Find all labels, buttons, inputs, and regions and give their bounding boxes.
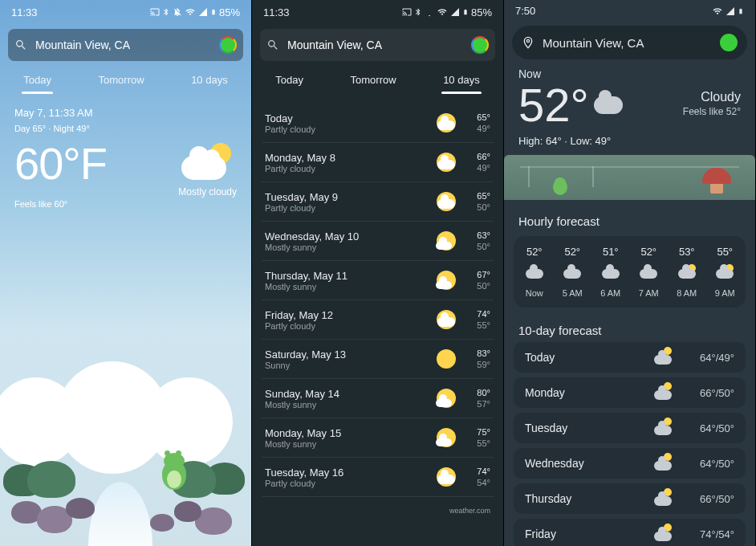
day-low: 54° — [466, 477, 490, 488]
search-location: Mountain View, CA — [35, 39, 219, 51]
day-low: 50° — [466, 280, 490, 291]
weather-icon — [434, 426, 458, 450]
hour-label: 9 AM — [706, 288, 745, 298]
search-icon — [14, 39, 27, 51]
today-panel: May 7, 11:33 AM Day 65° · Night 49° 60°F… — [0, 100, 251, 215]
hour-temp: 53° — [668, 246, 706, 258]
tenday-row[interactable]: Friday74°/54° — [514, 519, 746, 546]
tab-10days[interactable]: 10 days — [441, 71, 482, 94]
ten-day-list[interactable]: TodayPartly cloudy65°49°Monday, May 8Par… — [252, 100, 503, 503]
day-row[interactable]: Saturday, May 13Sunny83°59° — [262, 340, 494, 379]
frog-illustration — [158, 453, 190, 490]
day-row[interactable]: Sunday, May 14Mostly sunny80°57° — [262, 379, 494, 418]
day-night-temps: Day 65° · Night 49° — [14, 124, 237, 133]
tenday-row[interactable]: Monday66°/50° — [514, 377, 746, 408]
status-icons: 85% — [150, 6, 240, 18]
day-row[interactable]: Wednesday, May 10Mostly sunny63°50° — [262, 222, 494, 261]
weather-screen-today: 11:33 85% Mountain View, CA Today Tomorr… — [0, 0, 252, 546]
hour-temp: 52° — [554, 246, 592, 258]
cast-icon — [150, 7, 160, 17]
tenday-row[interactable]: Thursday66°/50° — [514, 483, 746, 514]
day-temps: 66°/50° — [683, 387, 734, 399]
day-high: 74° — [466, 308, 490, 320]
day-name: Tuesday — [525, 422, 654, 434]
hour-column[interactable]: 51°6 AM — [591, 246, 630, 298]
hour-temp: 55° — [706, 246, 745, 258]
hour-column[interactable]: 55°9 AM — [706, 246, 745, 298]
day-high: 83° — [466, 348, 490, 359]
day-low: 55° — [466, 438, 490, 449]
tab-today[interactable]: Today — [22, 71, 53, 94]
hourly-title: Hourly forecast — [504, 210, 755, 233]
weather-icon — [434, 268, 458, 292]
day-high: 67° — [466, 269, 490, 280]
condition-label: Cloudy — [683, 90, 741, 104]
hour-column[interactable]: 53°8 AM — [668, 246, 706, 298]
day-row[interactable]: Monday, May 8Partly cloudy66°49° — [262, 143, 494, 182]
weather-icon — [434, 150, 458, 174]
hour-column[interactable]: 52°5 AM — [554, 246, 592, 298]
day-name: Saturday, May 13 — [265, 348, 426, 361]
day-high: 63° — [466, 230, 490, 241]
day-high: 66° — [466, 151, 490, 162]
svg-point-0 — [526, 39, 529, 42]
current-temp: 60°F — [14, 141, 107, 186]
tenday-row[interactable]: Wednesday64°/50° — [514, 448, 746, 479]
weather-icon — [654, 527, 672, 541]
day-name: Wednesday — [525, 457, 654, 470]
status-icons — [712, 5, 744, 18]
day-row[interactable]: Thursday, May 11Mostly sunny67°50° — [262, 261, 494, 300]
weather-screen-new: 7:50 Mountain View, CA Now 52° Cloudy Fe… — [504, 0, 756, 546]
attribution[interactable]: weather.com — [252, 503, 503, 518]
hour-temp: 52° — [630, 246, 669, 258]
day-condition: Partly cloudy — [265, 164, 426, 173]
day-row[interactable]: TodayPartly cloudy65°49° — [262, 104, 494, 143]
assistant-button[interactable] — [471, 36, 489, 54]
day-row[interactable]: Monday, May 15Mostly sunny75°55° — [262, 418, 494, 458]
weather-icon — [654, 350, 672, 365]
day-temps: 74°/54° — [683, 528, 734, 540]
search-bar[interactable]: Mountain View, CA — [260, 29, 495, 61]
day-high: 74° — [466, 466, 490, 477]
tab-tomorrow[interactable]: Tomorrow — [97, 71, 146, 94]
hourly-forecast[interactable]: 52°Now52°5 AM51°6 AM52°7 AM53°8 AM55°9 A… — [514, 236, 746, 308]
day-name: Tuesday, May 16 — [265, 467, 426, 479]
hour-temp: 51° — [591, 246, 630, 258]
battery-icon — [462, 7, 469, 17]
day-condition: Partly cloudy — [265, 124, 426, 134]
day-row[interactable]: Friday, May 12Partly cloudy74°55° — [262, 300, 494, 340]
day-high: 75° — [466, 426, 490, 438]
mute-icon — [173, 7, 182, 17]
day-condition: Mostly sunny — [265, 282, 426, 291]
tab-today[interactable]: Today — [274, 71, 305, 94]
day-name: Monday — [525, 386, 654, 399]
day-low: 49° — [466, 162, 490, 173]
hour-column[interactable]: 52°Now — [515, 246, 554, 298]
date-time: May 7, 11:33 AM — [14, 107, 237, 119]
day-name: Thursday — [525, 492, 654, 505]
weather-icon — [640, 267, 657, 279]
day-temps: 64°/50° — [683, 458, 734, 470]
wifi-icon — [437, 7, 448, 17]
status-time: 11:33 — [263, 6, 290, 18]
battery-icon — [210, 7, 217, 17]
day-row[interactable]: Tuesday, May 9Partly cloudy65°50° — [262, 182, 494, 222]
tenday-row[interactable]: Tuesday64°/50° — [514, 413, 746, 443]
assistant-button[interactable] — [219, 36, 237, 54]
day-row[interactable]: Tuesday, May 16Partly cloudy74°54° — [262, 458, 494, 497]
tab-tomorrow[interactable]: Tomorrow — [349, 71, 398, 94]
hour-column[interactable]: 52°7 AM — [630, 246, 669, 298]
search-bar[interactable]: Mountain View, CA — [8, 29, 243, 61]
battery-icon — [738, 6, 744, 16]
day-name: Thursday, May 11 — [265, 270, 426, 282]
cast-icon — [402, 7, 412, 17]
tab-10days[interactable]: 10 days — [189, 71, 230, 94]
weather-icon — [434, 465, 458, 489]
tenday-row[interactable]: Today64°/49° — [514, 342, 746, 373]
day-temps: 64°/50° — [683, 422, 734, 434]
weather-icon — [654, 491, 672, 506]
ten-day-forecast[interactable]: Today64°/49°Monday66°/50°Tuesday64°/50°W… — [514, 342, 746, 546]
location-pill[interactable]: Mountain View, CA — [512, 26, 747, 59]
weather-icon — [654, 421, 672, 435]
day-temps: 64°/49° — [683, 352, 734, 364]
